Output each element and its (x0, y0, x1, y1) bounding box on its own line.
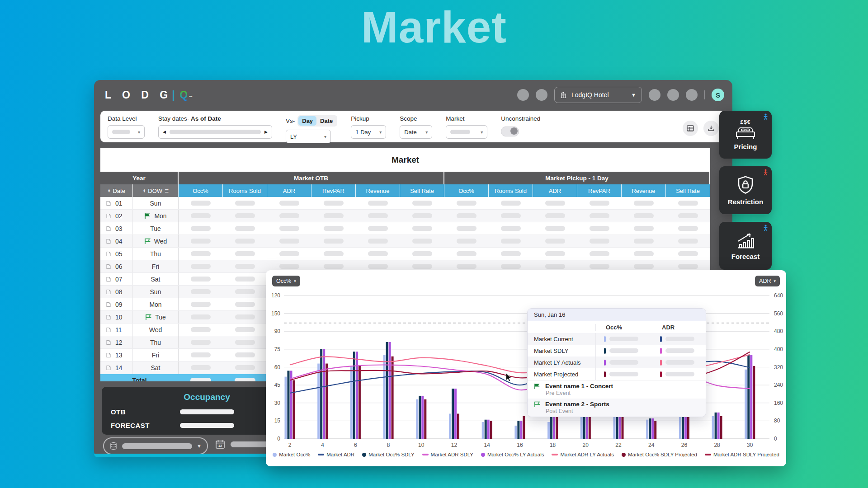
note-icon[interactable] (106, 365, 111, 371)
note-icon[interactable] (106, 201, 111, 206)
data-level-select[interactable]: ▾ (108, 125, 145, 139)
prev-arrow-icon[interactable]: ◀ (163, 130, 166, 134)
table-row: 04Wed (100, 235, 710, 248)
column-header-date[interactable]: ▲▼Date (100, 184, 133, 197)
nav-icon-placeholder-1[interactable] (517, 89, 529, 101)
pricing-button[interactable]: £$€Pricing (719, 111, 772, 159)
note-icon[interactable] (106, 327, 111, 333)
forecast-button[interactable]: Forecast (719, 222, 772, 270)
value-placeholder (235, 201, 255, 206)
note-icon[interactable] (106, 302, 111, 307)
bar (547, 422, 550, 439)
note-icon[interactable] (106, 213, 111, 219)
metric-cell (400, 235, 444, 247)
value-placeholder (235, 365, 255, 370)
nav-icon-placeholder-2[interactable] (536, 89, 547, 101)
x-axis-label: 22 (615, 442, 622, 448)
value-placeholder (634, 264, 654, 269)
value-placeholder (590, 239, 609, 244)
metric-cell (179, 235, 223, 247)
download-button[interactable] (703, 121, 719, 136)
vs-option-date[interactable]: Date (316, 116, 336, 126)
bar (320, 349, 322, 439)
value-placeholder (634, 201, 654, 206)
note-icon[interactable] (106, 251, 111, 257)
vs-value-select[interactable]: LY ▾ (286, 130, 331, 143)
unconstrained-label: Unconstrained (501, 115, 540, 122)
value-placeholder (235, 213, 255, 218)
restriction-button[interactable]: Restriction (719, 166, 772, 214)
value-placeholder (501, 226, 521, 231)
note-icon[interactable] (106, 264, 111, 269)
vs-option-day[interactable]: Day (298, 116, 316, 126)
metric-cell (267, 197, 311, 209)
legend-marker (552, 454, 558, 455)
value-placeholder (590, 264, 609, 269)
metric-cell (223, 298, 267, 310)
note-icon[interactable] (106, 226, 111, 231)
metric-cell (223, 324, 267, 336)
hotel-selector-label: LodgIQ Hotel (571, 91, 609, 99)
table-view-button[interactable] (683, 121, 698, 136)
tooltip-row-label: Market Projected (528, 371, 595, 378)
note-icon[interactable] (106, 314, 111, 320)
note-icon[interactable] (106, 239, 111, 244)
metric-cell (223, 286, 267, 298)
nav-icon-placeholder-4[interactable] (667, 89, 679, 101)
x-axis-label: 6 (354, 442, 357, 448)
metric-cell (179, 324, 223, 336)
value-placeholder (191, 352, 211, 357)
sort-icon[interactable]: ▲▼ (143, 189, 146, 192)
nav-icon-placeholder-3[interactable] (649, 89, 660, 101)
metric-cell (577, 222, 622, 235)
value-placeholder (678, 201, 698, 206)
note-icon[interactable] (106, 340, 111, 345)
group-year: Year (100, 172, 179, 184)
x-axis-label: 28 (714, 442, 720, 448)
unconstrained-toggle[interactable] (501, 127, 519, 136)
adr-color-tick (660, 336, 662, 342)
hotel-selector[interactable]: LodgIQ Hotel ▼ (554, 87, 642, 103)
filter-icon[interactable]: ☰ (165, 188, 168, 193)
x-axis-label: 8 (387, 442, 390, 448)
data-source-select[interactable]: ▼ (103, 437, 208, 455)
metric-cell (356, 210, 400, 222)
forecast-chart-icon (736, 232, 755, 250)
dow-cell: Fri (133, 260, 179, 272)
scope-select[interactable]: Date ▾ (400, 125, 432, 139)
stay-dates-range-control[interactable]: ◀ ▶ (158, 125, 272, 139)
value-placeholder (191, 302, 211, 307)
next-arrow-icon[interactable]: ▶ (264, 130, 268, 134)
nav-icon-placeholder-5[interactable] (686, 89, 698, 101)
column-header-dow[interactable]: ▲▼DOW☰ (133, 184, 179, 197)
column-header-sell-rate: Sell Rate (400, 184, 444, 197)
titlebar-right-cluster: LodgIQ Hotel ▼ S (517, 87, 724, 103)
value-placeholder (457, 251, 476, 256)
value-placeholder (279, 251, 299, 256)
sort-icon[interactable]: ▲▼ (108, 189, 110, 192)
page-title: Market (0, 2, 868, 53)
right-axis-label: 240 (774, 382, 783, 388)
user-avatar[interactable]: S (712, 89, 724, 101)
pickup-select[interactable]: 1 Day ▾ (351, 125, 386, 139)
metric-cell (179, 336, 223, 348)
dow-cell: Sun (133, 286, 179, 298)
left-axis-label: 15 (274, 418, 281, 424)
note-icon[interactable] (106, 277, 111, 282)
metric-cell (444, 197, 489, 209)
note-icon[interactable] (106, 352, 111, 358)
metric-cell (179, 298, 223, 310)
left-axis-label: 150 (271, 310, 280, 317)
date-cell: 12 (100, 336, 133, 348)
value-placeholder (545, 213, 565, 218)
bar (490, 421, 492, 439)
chevron-down-icon: ▾ (324, 134, 326, 139)
value-placeholder (590, 226, 609, 231)
bar (517, 421, 519, 439)
value-placeholder (191, 201, 211, 206)
filter-data-level: Data Level ▾ (108, 115, 145, 139)
data-source-placeholder (122, 443, 192, 449)
market-select[interactable]: ▾ (446, 125, 487, 139)
bar (485, 420, 487, 439)
note-icon[interactable] (106, 289, 111, 295)
